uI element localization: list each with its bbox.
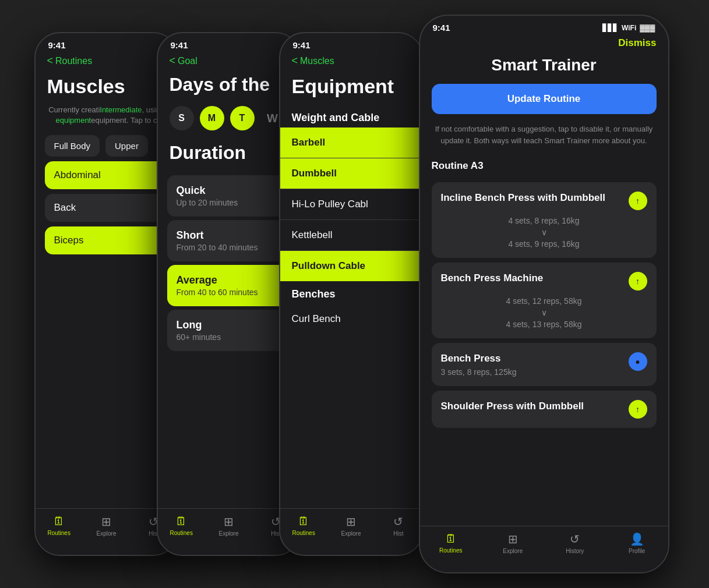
nav-bar-1: < Routines — [36, 52, 178, 72]
muscle-abdominal[interactable]: Abdominal — [45, 161, 168, 189]
subtitle-highlight: Intermediate — [100, 105, 142, 114]
tab-history-4[interactable]: ↺ History — [544, 532, 606, 554]
page-title-1: Muscles — [36, 72, 178, 105]
phone-smart-trainer: 9:41 ▋▋▋ WiFi ▓▓▓ Dismiss Smart Trainer … — [419, 15, 669, 573]
equip-barbell[interactable]: Barbell — [280, 127, 422, 158]
history-label-3: Hist — [393, 530, 403, 537]
nav-bar-3: < Muscles — [280, 52, 422, 72]
duration-short-title: Short — [177, 229, 281, 242]
tab-bar-4: 🗓 Routines ⊞ Explore ↺ History 👤 Profile — [420, 526, 668, 572]
exercise-sets-bench-press: 3 sets, 8 reps, 125kg — [441, 367, 623, 377]
exercise-icon-shoulder: ↑ — [629, 400, 647, 419]
subtitle-equipment: equipment — [56, 116, 91, 125]
tab-bar-1: 🗓 Routines ⊞ Explore ↺ Hist — [36, 508, 178, 555]
day-m[interactable]: M — [200, 106, 224, 130]
tab-bar-2: 🗓 Routines ⊞ Explore ↺ Hist — [158, 508, 300, 555]
back-button-1[interactable]: < Routines — [47, 55, 93, 67]
phone-equipment: 9:41 < Muscles Equipment Weight and Cabl… — [279, 32, 424, 556]
exercise-icon-bench-machine: ↑ — [629, 272, 647, 291]
explore-icon-4: ⊞ — [508, 532, 518, 546]
history-icon-3: ↺ — [393, 515, 403, 529]
chip-full-body[interactable]: Full Body — [45, 135, 100, 157]
tab-routines-4[interactable]: 🗓 Routines — [420, 532, 482, 554]
equip-dumbbell[interactable]: Dumbbell — [280, 158, 422, 189]
chevron-icon-1: < — [47, 55, 54, 67]
section-weight-cable: Weight and Cable — [280, 105, 422, 127]
duration-average[interactable]: Average From 40 to 60 minutes — [167, 265, 291, 306]
routines-icon-4: 🗓 — [445, 532, 457, 546]
tab-explore-4[interactable]: ⊞ Explore — [482, 532, 544, 554]
dismiss-button[interactable]: Dismiss — [420, 35, 668, 49]
tab-bar-3: 🗓 Routines ⊞ Explore ↺ Hist — [280, 508, 422, 555]
subtitle-end: equipment. Tap to c — [91, 116, 157, 125]
exercise-card-incline[interactable]: Incline Bench Press with Dumbbell ↑ 4 se… — [432, 182, 657, 258]
exercise-sets-new-bench-machine: 4 sets, 13 reps, 58kg — [441, 320, 647, 329]
exercise-name-incline: Incline Bench Press with Dumbbell — [441, 192, 623, 204]
duration-title: Duration — [158, 142, 300, 172]
day-t[interactable]: T — [230, 106, 255, 130]
equip-kettlebell[interactable]: Kettlebell — [280, 220, 422, 251]
exercise-info-bench-press: Bench Press 3 sets, 8 reps, 125kg — [441, 352, 623, 377]
exercise-arrow-incline: ∨ — [441, 228, 647, 237]
day-s[interactable]: S — [170, 106, 194, 130]
muscle-biceps[interactable]: Biceps — [45, 226, 168, 254]
explore-label-4: Explore — [503, 548, 523, 554]
duration-quick-sub: Up to 20 minutes — [177, 198, 281, 207]
exercise-arrow-bench-machine: ∨ — [441, 308, 647, 317]
explore-icon-1: ⊞ — [101, 515, 111, 529]
routines-icon-2: 🗓 — [175, 515, 187, 528]
duration-average-title: Average — [177, 274, 281, 286]
back-label-2: Goal — [178, 56, 197, 66]
days-row: S M T W — [158, 100, 300, 142]
tab-explore-3[interactable]: ⊞ Explore — [327, 515, 375, 537]
muscle-back[interactable]: Back — [45, 194, 168, 222]
status-icons-4: ▋▋▋ WiFi ▓▓▓ — [602, 24, 655, 32]
exercise-row-bench-machine: Bench Press Machine ↑ — [441, 272, 647, 291]
exercise-row-bench-press: Bench Press 3 sets, 8 reps, 125kg ● — [441, 352, 647, 377]
update-routine-button[interactable]: Update Routine — [432, 84, 657, 114]
exercise-card-bench-machine[interactable]: Bench Press Machine ↑ 4 sets, 12 reps, 5… — [432, 263, 657, 338]
exercise-card-bench-press[interactable]: Bench Press 3 sets, 8 reps, 125kg ● — [432, 343, 657, 386]
time-3: 9:41 — [293, 40, 311, 50]
routines-label-2: Routines — [170, 530, 192, 536]
tab-routines-2[interactable]: 🗓 Routines — [158, 515, 205, 536]
back-button-2[interactable]: < Goal — [170, 55, 197, 67]
exercise-sets-old-bench-machine: 4 sets, 12 reps, 58kg — [441, 296, 647, 306]
routines-label-4: Routines — [439, 547, 462, 554]
tab-explore-1[interactable]: ⊞ Explore — [83, 515, 130, 537]
profile-label-4: Profile — [629, 548, 645, 554]
subtitle-plain: Currently creati — [48, 105, 100, 114]
status-bar-2: 9:41 — [158, 33, 300, 52]
explore-label-3: Explore — [341, 530, 361, 537]
exercise-card-shoulder[interactable]: Shoulder Press with Dumbbell ↑ — [432, 391, 657, 428]
equip-curl-bench[interactable]: Curl Bench — [280, 304, 422, 334]
duration-short[interactable]: Short From 20 to 40 minutes — [167, 220, 291, 261]
tab-profile-4[interactable]: 👤 Profile — [606, 532, 668, 554]
equip-curl-bench-label: Curl Bench — [292, 313, 341, 324]
duration-quick-title: Quick — [177, 185, 281, 197]
history-icon-4: ↺ — [570, 532, 580, 546]
back-button-3[interactable]: < Muscles — [292, 55, 334, 67]
back-label-1: Routines — [55, 56, 92, 66]
days-of-week-title: Days of the — [158, 72, 300, 100]
equip-hi-lo[interactable]: Hi-Lo Pulley Cabl — [280, 189, 422, 220]
equip-hi-lo-label: Hi-Lo Pulley Cabl — [292, 199, 368, 210]
tab-routines-1[interactable]: 🗓 Routines — [36, 515, 83, 536]
profile-icon-4: 👤 — [630, 532, 644, 546]
tab-routines-3[interactable]: 🗓 Routines — [280, 515, 327, 536]
duration-long[interactable]: Long 60+ minutes — [167, 310, 291, 351]
nav-bar-2: < Goal — [158, 52, 300, 72]
tab-history-3[interactable]: ↺ Hist — [375, 515, 422, 537]
explore-label-1: Explore — [97, 530, 117, 537]
muscles-subtitle: Currently creatiIntermediate, using equi… — [36, 105, 178, 135]
chip-upper[interactable]: Upper — [105, 135, 148, 157]
duration-average-sub: From 40 to 60 minutes — [177, 288, 281, 297]
tab-explore-2[interactable]: ⊞ Explore — [205, 515, 252, 537]
explore-label-2: Explore — [219, 530, 239, 537]
equip-pulldown[interactable]: Pulldown Cable — [280, 251, 422, 281]
duration-quick[interactable]: Quick Up to 20 minutes — [167, 175, 291, 217]
muscle-chips: Full Body Upper — [36, 135, 178, 157]
smart-trainer-title: Smart Trainer — [420, 49, 668, 84]
exercise-sets-new-incline: 4 sets, 9 reps, 16kg — [441, 239, 647, 249]
equipment-list-1: Barbell Dumbbell Hi-Lo Pulley Cabl Kettl… — [280, 127, 422, 281]
